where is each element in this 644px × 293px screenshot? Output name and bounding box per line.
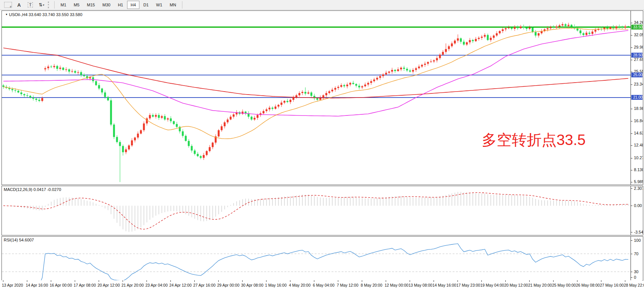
candle-body: [379, 76, 381, 78]
mid-ma-line: [3, 31, 628, 116]
toolbar-grip[interactable]: [48, 1, 50, 8]
candle-body: [364, 84, 366, 86]
price-tick-label: 27.695: [634, 57, 643, 62]
candle-body: [41, 98, 43, 101]
candle-body: [616, 27, 617, 28]
candle-body: [613, 27, 614, 28]
candle-body: [278, 105, 280, 107]
candle-body: [209, 147, 211, 151]
top-toolbar: FAT⇅▾ M1M5M15M30H1H4D1W1MN: [0, 0, 644, 10]
macd-tick: [631, 232, 632, 232]
candle-body: [571, 25, 573, 27]
candle-body: [376, 78, 378, 80]
time-tick: [194, 280, 195, 282]
time-tick: [386, 280, 386, 282]
chart-title-ohlc: 33.640 33.740 33.550 33.580: [29, 12, 83, 17]
candle-body: [164, 116, 166, 120]
macd-tick-label: 0.00: [634, 203, 642, 208]
candle-body: [490, 38, 492, 40]
tf-button-m15[interactable]: M15: [84, 1, 98, 9]
rsi-line: [9, 244, 628, 280]
time-tick-label: 21 Apr 20:00: [121, 283, 144, 287]
price-chart-canvas[interactable]: [2, 11, 631, 185]
candle-body: [197, 154, 199, 156]
time-tick-label: 24 Apr 12:00: [169, 283, 192, 287]
timeframe-button-group: M1M5M15M30H1H4D1W1MN: [57, 1, 180, 9]
candle-body: [622, 27, 623, 28]
tf-button-m1[interactable]: M1: [57, 1, 70, 9]
candle-body: [562, 24, 564, 25]
macd-panel[interactable]: MACD(12,26,9) 0.0417 -0.0270 2.30720.00-…: [1, 186, 643, 235]
time-tick: [290, 280, 290, 282]
cursor-arrows-icon[interactable]: ⇅▾: [37, 1, 46, 9]
candle-body: [224, 122, 226, 126]
candle-body: [412, 70, 414, 72]
time-tick: [338, 280, 338, 282]
candle-body: [499, 31, 501, 33]
candle-body: [493, 36, 495, 38]
font-icon[interactable]: A: [15, 1, 24, 9]
candle-body: [281, 103, 283, 105]
candle-body: [203, 155, 205, 158]
candle-body: [56, 66, 58, 69]
symbol-dropdown-icon[interactable]: ▼: [5, 13, 8, 16]
price-chart-panel[interactable]: ▼ USOil-,H4 33.640 33.740 33.550 33.580 …: [1, 10, 643, 185]
candle-body: [287, 101, 289, 102]
fast-ma-line: [3, 28, 628, 139]
tf-button-h4[interactable]: H4: [127, 1, 139, 9]
candle-body: [71, 71, 73, 72]
candle-body: [556, 27, 558, 28]
chart-title: ▼ USOil-,H4 33.640 33.740 33.550 33.580: [5, 12, 82, 17]
candle-body: [188, 141, 190, 146]
candle-body: [574, 27, 576, 28]
chart-template-glyph: F: [4, 2, 12, 8]
candle-body: [284, 101, 286, 103]
time-axis[interactable]: 13 Apr 202014 Apr 16:0016 Apr 00:0017 Ap…: [1, 280, 643, 293]
macd-value-signal: -0.0270: [47, 187, 61, 192]
candle-body: [104, 92, 106, 97]
candle-body: [454, 41, 456, 44]
time-tick-label: 13 Apr 2020: [2, 283, 23, 287]
tf-button-m30[interactable]: M30: [99, 1, 114, 9]
candle-body: [47, 67, 49, 68]
chart-template-icon[interactable]: F: [3, 1, 12, 9]
candle-body: [176, 124, 178, 127]
candle-body: [535, 32, 537, 36]
macd-tick: [631, 188, 632, 189]
time-tick-label: 14 Apr 16:00: [26, 283, 48, 287]
candle-body: [403, 68, 405, 69]
time-tick-label: 14 May 16:00: [432, 283, 456, 287]
rsi-tick-label: 0: [634, 275, 636, 280]
rsi-canvas[interactable]: [2, 237, 631, 280]
candle-body: [553, 27, 555, 28]
time-tick: [75, 280, 75, 282]
candle-body: [113, 124, 115, 137]
candle-body: [173, 121, 175, 124]
candle-body: [466, 42, 468, 44]
candle-body: [185, 136, 187, 141]
tf-button-w1[interactable]: W1: [153, 1, 166, 9]
text-label-icon[interactable]: T: [26, 1, 35, 9]
rsi-panel[interactable]: RSI(14) 54.6007 10070300: [1, 236, 643, 281]
candle-body: [583, 33, 585, 35]
candle-body: [167, 118, 169, 120]
tf-button-mn[interactable]: MN: [166, 1, 179, 9]
candle-body: [200, 156, 202, 158]
candle-body: [161, 116, 163, 118]
tf-button-m5[interactable]: M5: [70, 1, 83, 9]
candle-body: [272, 108, 274, 109]
candle-body: [107, 97, 109, 100]
time-tick-label: 27 Apr 16:00: [193, 283, 216, 287]
price-tick: [631, 84, 632, 85]
candle-body: [134, 138, 136, 141]
arrows-glyph: ⇅: [38, 2, 42, 7]
tf-button-d1[interactable]: D1: [140, 1, 152, 9]
candle-body: [83, 75, 85, 76]
time-tick: [218, 280, 219, 282]
time-tick-label: 16 Apr 00:00: [50, 283, 72, 287]
chart-annotation-text: 多空转折点33.5: [482, 130, 586, 150]
tf-button-h1[interactable]: H1: [114, 1, 126, 9]
candle-body: [89, 77, 91, 78]
candle-body: [511, 28, 513, 29]
macd-canvas[interactable]: [2, 186, 631, 235]
